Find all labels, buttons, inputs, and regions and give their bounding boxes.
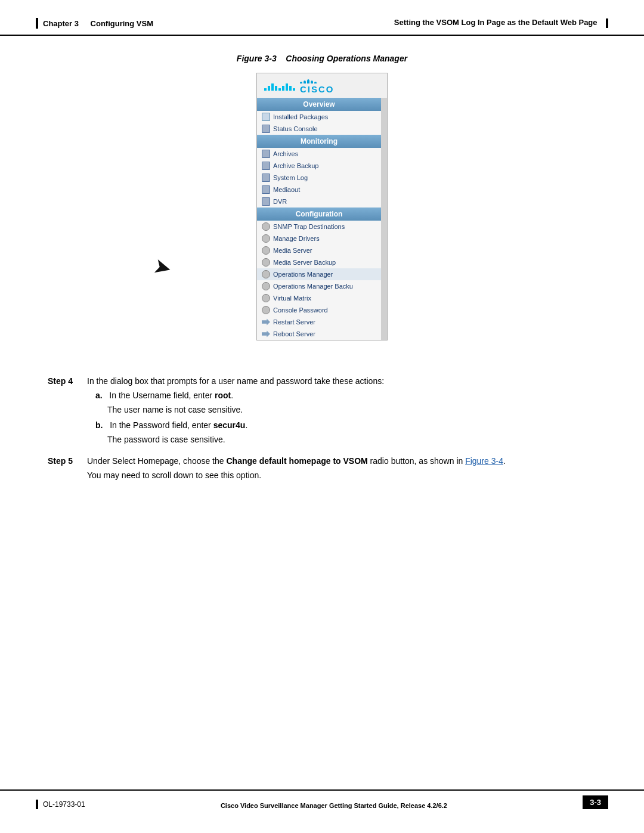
nav-archives[interactable]: Archives xyxy=(257,148,381,160)
cisco-brand-text: CISCO xyxy=(300,84,335,94)
nav-manage-drivers[interactable]: Manage Drivers xyxy=(257,233,381,244)
virtual-matrix-icon xyxy=(262,294,270,302)
nav-operations-manager[interactable]: Operations Manager xyxy=(257,268,381,280)
step4-label: Step 4 xyxy=(48,376,78,386)
step4a-text: In the Username field, enter xyxy=(109,391,215,400)
step4a-value: root xyxy=(215,391,231,400)
step5-row: Step 5 Under Select Homepage, choose the… xyxy=(48,456,596,466)
console-password-icon xyxy=(262,306,270,314)
nav-media-server-backup[interactable]: Media Server Backup xyxy=(257,256,381,268)
figure-title: Choosing Operations Manager xyxy=(286,54,407,63)
screenshot-panel: CISCO Overview Installed Packages Status… xyxy=(256,73,388,340)
dvr-label: DVR xyxy=(273,198,287,205)
step4b-value: secur4u xyxy=(213,420,246,430)
figure-label: Figure 3-3 xyxy=(237,54,277,63)
step5-text2: radio button, as shown in xyxy=(368,456,465,466)
page-footer: OL-19733-01 Cisco Video Surveillance Man… xyxy=(0,789,644,809)
step4a-sub: a. In the Username field, enter root. xyxy=(95,391,596,400)
archive-backup-label: Archive Backup xyxy=(273,162,318,169)
cisco-wave xyxy=(300,79,335,83)
step4a-note: The user name is not case sensitive. xyxy=(107,405,596,414)
configuration-section-header: Configuration xyxy=(257,208,381,221)
nav-mediaout[interactable]: Mediaout xyxy=(257,184,381,196)
nav-snmp-trap[interactable]: SNMP Trap Destinations xyxy=(257,221,381,233)
step4a-label: a. xyxy=(95,391,103,400)
snmp-trap-label: SNMP Trap Destinations xyxy=(273,223,345,230)
right-title: Setting the VSOM Log In Page as the Defa… xyxy=(394,18,597,27)
step5-link[interactable]: Figure 3-4 xyxy=(465,456,503,466)
cisco-bars-icon xyxy=(264,83,295,91)
operations-manager-backup-icon xyxy=(262,282,270,290)
media-server-label: Media Server xyxy=(273,247,312,254)
restart-server-icon xyxy=(262,318,270,326)
media-server-backup-icon xyxy=(262,258,270,267)
dvr-icon xyxy=(262,197,270,206)
footer-page-number: 3-3 xyxy=(583,795,608,809)
system-log-icon xyxy=(262,174,270,182)
mediaout-icon xyxy=(262,185,270,194)
archives-icon xyxy=(262,150,270,158)
nav-console-password[interactable]: Console Password xyxy=(257,304,381,316)
reboot-server-label: Reboot Server xyxy=(273,330,315,337)
installed-packages-icon xyxy=(262,113,270,121)
nav-archive-backup[interactable]: Archive Backup xyxy=(257,160,381,172)
step4b-text: In the Password field, enter xyxy=(110,420,213,430)
nav-restart-server[interactable]: Restart Server xyxy=(257,316,381,328)
header-bar-right xyxy=(606,18,608,28)
manage-drivers-label: Manage Drivers xyxy=(273,235,320,242)
snmp-trap-icon xyxy=(262,222,270,231)
step5-label: Step 5 xyxy=(48,456,78,466)
installed-packages-label: Installed Packages xyxy=(273,113,328,120)
monitoring-section-header: Monitoring xyxy=(257,135,381,148)
step4-row: Step 4 In the dialog box that prompts fo… xyxy=(48,376,596,386)
archive-backup-icon xyxy=(262,162,270,170)
cisco-logo-area: CISCO xyxy=(257,73,387,98)
overview-section-header: Overview xyxy=(257,98,381,111)
console-password-label: Console Password xyxy=(273,306,328,314)
nav-installed-packages[interactable]: Installed Packages xyxy=(257,111,381,123)
header-bar-left xyxy=(36,18,38,29)
chapter-title: Configuring VSM xyxy=(91,19,153,28)
restart-server-label: Restart Server xyxy=(273,318,315,326)
figure-caption: Figure 3-3 Choosing Operations Manager xyxy=(0,54,644,63)
operations-manager-label: Operations Manager xyxy=(273,271,333,278)
manage-drivers-icon xyxy=(262,234,270,243)
step5-bold: Change default homepage to VSOM xyxy=(226,456,367,466)
mediaout-label: Mediaout xyxy=(273,186,300,193)
media-server-icon xyxy=(262,246,270,255)
arrow-indicator: ➤ xyxy=(151,253,175,281)
nav-dvr[interactable]: DVR xyxy=(257,196,381,208)
header-right: Setting the VSOM Log In Page as the Defa… xyxy=(394,18,608,28)
header-left: Chapter 3 Configuring VSM xyxy=(36,18,153,29)
main-content: Step 4 In the dialog box that prompts fo… xyxy=(0,358,644,510)
reboot-server-icon xyxy=(262,330,270,338)
step5-text3: . xyxy=(503,456,506,466)
step4-text: In the dialog box that prompts for a use… xyxy=(87,376,596,386)
nav-menu: Overview Installed Packages Status Conso… xyxy=(257,98,387,340)
footer-center: Cisco Video Surveillance Manager Getting… xyxy=(85,802,583,809)
step4b-sub: b. In the Password field, enter secur4u. xyxy=(95,420,596,430)
nav-system-log[interactable]: System Log xyxy=(257,172,381,184)
step4b-note: The password is case sensitive. xyxy=(107,435,596,444)
step5-note: You may need to scroll down to see this … xyxy=(87,470,596,480)
step4-block: Step 4 In the dialog box that prompts fo… xyxy=(48,376,596,444)
operations-manager-icon xyxy=(262,270,270,278)
footer-bar-left xyxy=(36,800,38,809)
status-console-label: Status Console xyxy=(273,125,318,132)
media-server-backup-label: Media Server Backup xyxy=(273,259,336,266)
archives-label: Archives xyxy=(273,150,298,157)
nav-status-console[interactable]: Status Console xyxy=(257,123,381,135)
nav-virtual-matrix[interactable]: Virtual Matrix xyxy=(257,292,381,304)
figure-area: ➤ xyxy=(0,73,644,340)
nav-reboot-server[interactable]: Reboot Server xyxy=(257,328,381,340)
nav-media-server[interactable]: Media Server xyxy=(257,244,381,256)
cisco-text: CISCO xyxy=(300,79,335,94)
system-log-label: System Log xyxy=(273,174,308,181)
chapter-label: Chapter 3 xyxy=(43,19,79,28)
footer-left: OL-19733-01 xyxy=(36,800,85,809)
step4b-label: b. xyxy=(95,420,103,430)
operations-manager-backup-label: Operations Manager Backu xyxy=(273,283,353,290)
nav-operations-manager-backup[interactable]: Operations Manager Backu xyxy=(257,280,381,292)
page-header: Chapter 3 Configuring VSM Setting the VS… xyxy=(0,0,644,36)
step5-text: Under Select Homepage, choose the Change… xyxy=(87,456,596,466)
